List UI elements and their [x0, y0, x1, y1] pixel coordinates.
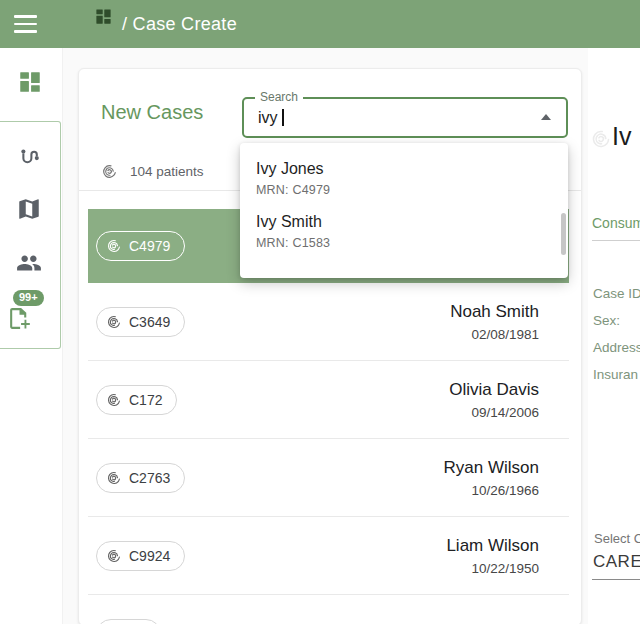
select-care-value[interactable]: CARE — [593, 552, 640, 572]
screen: / Case Create 99+ New Cases Search 104 p… — [0, 0, 640, 624]
search-input[interactable] — [244, 99, 566, 136]
fingerprint-icon — [106, 314, 122, 330]
case-code: C9924 — [129, 548, 170, 564]
detail-fields: Case ID Sex: Address Insuran — [593, 280, 640, 388]
case-person: Ryan Wilson 10/26/1966 — [444, 458, 539, 498]
chevron-up-icon[interactable] — [541, 114, 551, 120]
case-person: Noah Smith 02/08/1981 — [450, 302, 539, 342]
fingerprint-icon — [106, 238, 122, 254]
case-person: Liam Wilson 10/22/1950 — [446, 536, 539, 576]
field-label-insurance: Insuran — [593, 361, 640, 388]
patient-dob: 10/26/1966 — [444, 483, 539, 498]
patient-dob: 09/14/2006 — [449, 405, 539, 420]
option-patient-name: Ivy Jones — [256, 160, 552, 178]
case-row[interactable]: C9924 Liam Wilson 10/22/1950 — [88, 517, 569, 595]
option-patient-mrn: MRN: C4979 — [256, 183, 552, 197]
option-patient-mrn: MRN: C1583 — [256, 236, 552, 250]
patient-name: Noah Smith — [450, 302, 539, 322]
patient-detail-name: Iv — [612, 122, 631, 151]
fingerprint-icon — [590, 128, 612, 150]
case-code: C2763 — [129, 470, 170, 486]
case-chip: C172 — [96, 385, 177, 415]
field-label-address: Address — [593, 334, 640, 361]
case-row[interactable]: C3649 Noah Smith 02/08/1981 — [88, 283, 569, 361]
notification-badge: 99+ — [13, 290, 44, 306]
patient-dob: 02/08/1981 — [450, 327, 539, 342]
case-code: C4979 — [129, 238, 170, 254]
field-label-sex: Sex: — [593, 307, 640, 334]
case-row[interactable]: C172 Olivia Davis 09/14/2006 — [88, 361, 569, 439]
case-code: C3649 — [129, 314, 170, 330]
option-patient-name: Ivy Smith — [256, 213, 552, 231]
fingerprint-icon — [106, 392, 122, 408]
map-icon[interactable] — [16, 196, 42, 222]
search-option[interactable]: Ivy Smith MRN: C1583 — [240, 206, 568, 259]
app-logo-dashboard-icon — [94, 7, 113, 26]
patient-name: Ryan Wilson — [444, 458, 539, 478]
tab-consum[interactable]: Consum — [592, 215, 640, 231]
case-chip: C3649 — [96, 307, 185, 337]
case-chip: C9924 — [96, 541, 185, 571]
search-option[interactable]: Ivy Jones MRN: C4979 — [240, 153, 568, 206]
case-person: Olivia Davis 09/14/2006 — [449, 380, 539, 420]
patient-name: Olivia Davis — [449, 380, 539, 400]
case-code: C172 — [129, 392, 162, 408]
page-title: New Cases — [101, 101, 203, 124]
case-chip — [96, 619, 161, 624]
text-caret — [282, 109, 284, 126]
patient-name: Liam Wilson — [446, 536, 539, 556]
patient-dob: 10/22/1950 — [446, 561, 539, 576]
search-results-dropdown: Ivy Jones MRN: C4979 Ivy Smith MRN: C158… — [240, 143, 568, 278]
fingerprint-icon — [106, 548, 122, 564]
dropdown-scrollbar[interactable] — [561, 213, 566, 255]
app-bar: / Case Create — [0, 0, 640, 48]
people-icon[interactable] — [16, 250, 42, 276]
patients-count-label: 104 patients — [130, 164, 204, 179]
breadcrumb: / Case Create — [122, 0, 237, 48]
sidebar-item-dashboard-icon[interactable] — [17, 69, 43, 95]
case-row-partial[interactable]: Noah Smith — [88, 595, 569, 624]
fingerprint-icon — [106, 470, 122, 486]
select-underline — [592, 579, 640, 580]
route-icon[interactable] — [16, 144, 42, 170]
patient-search-field: Search — [242, 97, 568, 138]
case-chip: C4979 — [96, 231, 185, 261]
patient-detail-panel: Iv Consum Case ID Sex: Address Insuran S… — [588, 48, 640, 624]
sidebar: 99+ — [0, 48, 63, 624]
sidebar-tool-group: 99+ — [0, 121, 61, 349]
case-chip: C2763 — [96, 463, 185, 493]
menu-icon[interactable] — [10, 7, 44, 41]
field-label-case-id: Case ID — [593, 280, 640, 307]
select-care-label: Select C — [594, 531, 640, 546]
fingerprint-icon — [101, 163, 118, 180]
note-add-icon[interactable] — [7, 306, 32, 331]
case-row[interactable]: C2763 Ryan Wilson 10/26/1966 — [88, 439, 569, 517]
detail-tab-bar: Consum — [592, 214, 640, 241]
